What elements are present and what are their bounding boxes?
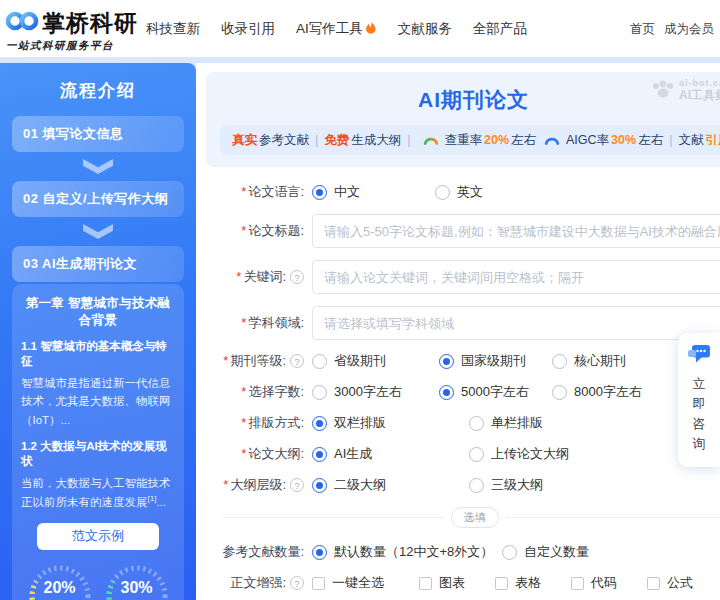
radio-label: 默认数量（12中文+8外文）	[334, 543, 493, 561]
preview-section2-title: 1.2 大数据与AI技术的发展现状	[21, 439, 175, 469]
arrow-down-icon	[83, 224, 113, 239]
field-label: 排版方式:	[241, 414, 304, 432]
keywords-input[interactable]	[312, 260, 720, 294]
radio-language-english[interactable]: 英文	[435, 183, 483, 201]
step-card-2: 02 自定义/上传写作大纲	[12, 181, 184, 217]
checkbox-icon	[495, 577, 508, 590]
radio-icon	[312, 354, 327, 369]
menu-item-all-products[interactable]: 全部产品	[473, 20, 527, 38]
menu-item-citation[interactable]: 收录引用	[221, 20, 275, 38]
radio-label: 8000字左右	[574, 383, 642, 401]
checkbox-code[interactable]: 代码	[571, 574, 647, 592]
radio-provincial-journal[interactable]: 省级期刊	[312, 352, 439, 370]
help-icon[interactable]	[290, 354, 304, 368]
radio-8000-words[interactable]: 8000字左右	[552, 383, 642, 401]
radio-icon	[439, 385, 454, 400]
strip-aigc-value: 30%	[611, 133, 636, 147]
radio-custom-ref-count[interactable]: 自定义数量	[502, 543, 589, 561]
radio-3000-words[interactable]: 3000字左右	[312, 383, 439, 401]
row-outline-level: 大纲层级: 二级大纲 三级大纲	[196, 476, 720, 494]
strip-real: 真实	[232, 132, 257, 149]
radio-label: 自定义数量	[524, 543, 589, 561]
title-input[interactable]	[312, 214, 720, 248]
menu-item-home[interactable]: 首页	[630, 21, 655, 38]
radio-three-level-outline[interactable]: 三级大纲	[469, 476, 543, 494]
help-icon[interactable]	[290, 576, 304, 590]
flame-icon	[365, 21, 377, 37]
radio-language-chinese[interactable]: 中文	[312, 183, 435, 201]
radio-icon	[469, 478, 484, 493]
process-sidebar: 流程介绍 01 填写论文信息 02 自定义/上传写作大纲 03 AI生成期刊论文…	[0, 63, 196, 600]
preview-section1-title: 1.1 智慧城市的基本概念与特征	[21, 339, 175, 369]
radio-icon	[435, 185, 450, 200]
radio-icon	[312, 478, 327, 493]
row-title: 论文标题:	[196, 214, 720, 248]
radio-two-level-outline[interactable]: 二级大纲	[312, 476, 469, 494]
brand-logo[interactable]: 掌桥科研 一站式科研服务平台	[4, 4, 140, 53]
arrow-down-icon	[83, 159, 113, 174]
checkbox-label: 一键全选	[332, 574, 384, 592]
row-language: 论文语言: 中文 英文	[196, 183, 720, 201]
user-menu: 首页 成为会员 我的	[630, 21, 720, 38]
strip-dup-value: 20%	[484, 133, 509, 147]
checkbox-tables[interactable]: 表格	[495, 574, 571, 592]
radio-icon	[552, 385, 567, 400]
checkbox-icon	[647, 577, 660, 590]
sample-preview-panel: 第一章 智慧城市与技术融合背景 1.1 智慧城市的基本概念与特征 智慧城市是指通…	[12, 284, 184, 600]
menu-item-membership[interactable]: 成为会员	[664, 21, 714, 38]
strip-literature: 文献	[678, 132, 703, 149]
radio-core-journal[interactable]: 核心期刊	[552, 352, 626, 370]
radio-icon	[552, 354, 567, 369]
radio-default-ref-count[interactable]: 默认数量（12中文+8外文）	[312, 543, 502, 561]
page-content: 流程介绍 01 填写论文信息 02 自定义/上传写作大纲 03 AI生成期刊论文…	[0, 57, 720, 600]
checkbox-charts[interactable]: 图表	[419, 574, 495, 592]
subject-input[interactable]	[312, 306, 720, 340]
radio-label: 中文	[334, 183, 360, 201]
strip-dup-label: 查重率	[445, 132, 483, 149]
radio-ai-outline[interactable]: AI生成	[312, 445, 469, 463]
strip-references: 参考文献	[259, 132, 309, 149]
gauge-value: 30%	[103, 579, 171, 597]
aigc-rate-gauge: 30% 左右 AIGC率	[103, 562, 171, 600]
help-icon[interactable]	[290, 270, 304, 284]
sample-example-button[interactable]: 范文示例	[37, 523, 159, 550]
preview-chapter-title: 第一章 智慧城市与技术融合背景	[21, 295, 175, 329]
main-menu: 科技查新 收录引用 AI写作工具 文献服务 全部产品	[146, 20, 527, 38]
field-label: 期刊等级:	[223, 352, 286, 370]
field-label: 大纲层级:	[223, 476, 286, 494]
form-main: ai-bot.cn AI工具集 AI期刊论文 真实参考文献 | 免费生成大纲 |…	[196, 63, 720, 600]
field-label: 学科领域:	[241, 314, 304, 332]
step-card-1: 01 填写论文信息	[12, 116, 184, 152]
checkbox-label: 表格	[515, 574, 541, 592]
optional-divider: 选填	[222, 507, 720, 528]
radio-label: 二级大纲	[334, 476, 386, 494]
radio-single-column[interactable]: 单栏排版	[469, 414, 543, 432]
radio-upload-outline[interactable]: 上传论文大纲	[469, 445, 569, 463]
field-label: 正文增强:	[230, 574, 286, 592]
help-icon[interactable]	[290, 478, 304, 492]
radio-national-journal[interactable]: 国家级期刊	[439, 352, 552, 370]
radio-label: 单栏排版	[491, 414, 543, 432]
field-label: 参考文献数量:	[222, 543, 304, 561]
menu-item-ai-writing[interactable]: AI写作工具	[296, 20, 377, 38]
strip-aigc-label: AIGC率	[566, 132, 609, 149]
strip-free: 免费	[324, 132, 349, 149]
menu-item-tech-novelty[interactable]: 科技查新	[146, 20, 200, 38]
brand-title: 掌桥科研	[42, 8, 138, 39]
checkbox-formula[interactable]: 公式	[647, 574, 693, 592]
menu-item-literature[interactable]: 文献服务	[398, 20, 452, 38]
row-journal-level: 期刊等级: 省级期刊 国家级期刊 核心期刊	[196, 352, 720, 370]
row-word-count: 选择字数: 3000字左右 5000字左右 8000字左右	[196, 383, 720, 401]
radio-two-column[interactable]: 双栏排版	[312, 414, 469, 432]
menu-item-ai-writing-label: AI写作工具	[296, 20, 363, 38]
paw-logo-icon	[651, 80, 675, 102]
gauge-value: 20%	[26, 579, 94, 597]
radio-icon	[312, 185, 327, 200]
radio-icon	[312, 385, 327, 400]
row-layout: 排版方式: 双栏排版 单栏排版	[196, 414, 720, 432]
row-subject: 学科领域:	[196, 306, 720, 340]
consult-label: 立即咨询	[692, 374, 707, 455]
checkbox-select-all[interactable]: 一键全选	[312, 574, 419, 592]
radio-5000-words[interactable]: 5000字左右	[439, 383, 552, 401]
consult-widget[interactable]: 立即咨询	[678, 333, 720, 467]
